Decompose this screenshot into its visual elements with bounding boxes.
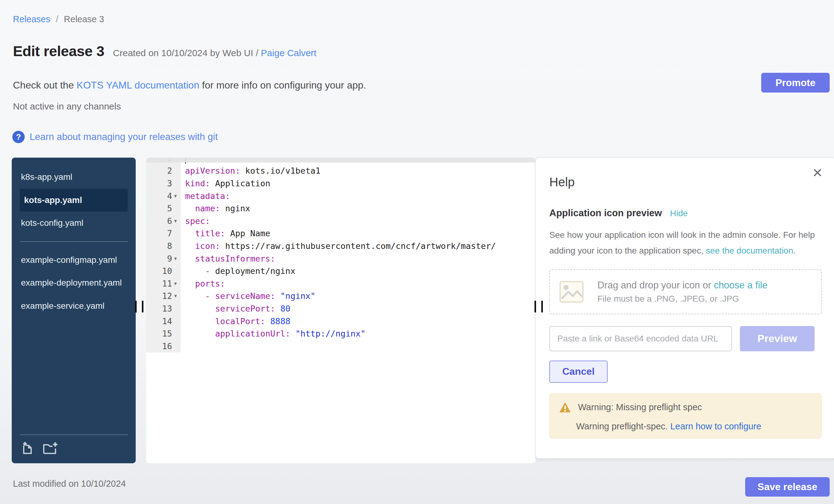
code-line[interactable]: 11▾ ports: <box>146 277 535 290</box>
line-gutter: 2 <box>146 165 181 177</box>
see-documentation-link[interactable]: see the documentation <box>706 246 793 256</box>
fold-arrow-icon: ▾ <box>172 293 179 299</box>
breadcrumb-separator: / <box>56 14 58 24</box>
close-icon[interactable]: ✕ <box>812 167 823 179</box>
file-item[interactable]: example-deployment.yaml <box>20 271 128 294</box>
code-line[interactable]: 6▾spec: <box>146 215 535 227</box>
code-line[interactable]: 7 title: App Name <box>146 227 535 240</box>
add-folder-icon[interactable] <box>43 441 59 455</box>
warning-triangle-icon <box>559 401 571 413</box>
code-line[interactable]: 4▾metadata: <box>146 190 535 202</box>
fold-arrow-icon: ▾ <box>172 193 179 199</box>
code-line[interactable]: 13 servicePort: 80 <box>146 302 535 315</box>
fold-arrow-icon: ▾ <box>172 218 179 224</box>
file-item[interactable]: example-configmap.yaml <box>20 248 128 272</box>
created-author-link[interactable]: Paige Calvert <box>261 48 316 58</box>
help-panel: ✕ Help Application icon preview Hide See… <box>535 158 834 459</box>
warning-title: Warning: Missing preflight spec <box>578 402 702 412</box>
line-gutter[interactable]: 11▾ <box>146 277 181 290</box>
dropzone-text: Drag and drop your icon or choose a file… <box>597 280 767 304</box>
dropzone-hint: File must be a .PNG, .JPEG, or .JPG <box>597 294 767 304</box>
description-period: . <box>793 246 796 256</box>
fold-arrow-icon: ▾ <box>172 280 179 287</box>
help-title: Help <box>549 175 822 189</box>
doc-prefix: Check out the <box>13 80 76 91</box>
code-text: servicePort: 80 <box>181 304 290 313</box>
code-line[interactable]: 10 - deployment/nginx <box>146 265 535 277</box>
file-item[interactable]: kots-config.yaml <box>20 212 128 235</box>
code-text: applicationUrl: "http://nginx" <box>181 329 366 338</box>
line-gutter[interactable]: 9▾ <box>146 252 181 265</box>
file-sidebar: k8s-app.yaml kots-app.yaml kots-config.y… <box>12 158 136 463</box>
image-placeholder-icon <box>559 280 584 304</box>
code-line[interactable]: 9▾ statusInformers: <box>146 252 535 265</box>
kots-yaml-doc-link[interactable]: KOTS YAML documentation <box>76 80 199 91</box>
code-text: name: nginx <box>181 203 250 213</box>
warning-body: Warning preflight-spec. <box>576 421 670 431</box>
line-gutter: 15 <box>146 327 181 340</box>
icon-preview-title: Application icon preview <box>549 207 662 219</box>
code-line[interactable]: 8 icon: https://raw.githubusercontent.co… <box>146 240 535 252</box>
code-text: apiVersion: kots.io/v1beta1 <box>181 166 321 176</box>
breadcrumb-releases-link[interactable]: Releases <box>13 14 50 24</box>
file-item[interactable]: example-service.yaml <box>20 294 128 318</box>
code-text: spec: <box>181 216 210 226</box>
panel-resize-handle[interactable] <box>534 301 543 312</box>
code-line[interactable]: 14 localPort: 8888 <box>146 315 535 328</box>
code-text: - serviceName: "nginx" <box>181 291 315 301</box>
code-text: title: App Name <box>181 228 270 238</box>
code-line[interactable]: 12▾ - serviceName: "nginx" <box>146 290 535 303</box>
icon-url-input[interactable] <box>549 326 732 351</box>
line-gutter[interactable]: 6▾ <box>146 215 181 227</box>
dropzone-label: Drag and drop your icon or <box>597 280 714 290</box>
fold-arrow-icon: ▾ <box>172 256 179 262</box>
line-gutter: 8 <box>146 240 181 252</box>
main-content: k8s-app.yaml kots-app.yaml kots-config.y… <box>12 158 826 463</box>
line-gutter: 14 <box>146 315 181 328</box>
code-text: ports: <box>181 279 225 288</box>
line-gutter: 13 <box>146 302 181 315</box>
cancel-button[interactable]: Cancel <box>549 360 608 383</box>
line-gutter: 3 <box>146 177 181 190</box>
last-modified-text: Last modified on 10/10/2024 <box>13 479 126 489</box>
file-item[interactable]: k8s-app.yaml <box>20 166 128 189</box>
line-gutter: 10 <box>146 265 181 277</box>
choose-file-link[interactable]: choose a file <box>714 280 767 290</box>
icon-preview-description: See how your application icon will look … <box>549 227 821 259</box>
line-gutter: 16 <box>146 340 181 353</box>
promote-button[interactable]: Promote <box>761 73 830 92</box>
preview-button[interactable]: Preview <box>740 326 815 351</box>
code-text: kind: Application <box>181 179 270 188</box>
yaml-editor[interactable]: 1---2apiVersion: kots.io/v1beta13kind: A… <box>146 158 535 463</box>
code-lines: 1---2apiVersion: kots.io/v1beta13kind: A… <box>146 158 535 353</box>
code-line[interactable]: 3kind: Application <box>146 177 535 190</box>
code-line[interactable]: 2apiVersion: kots.io/v1beta1 <box>146 165 535 177</box>
sidebar-resize-handle[interactable] <box>135 301 144 312</box>
created-text: Created on 10/10/2024 by Web UI / Paige … <box>113 48 316 58</box>
learn-configure-link[interactable]: Learn how to configure <box>670 421 761 431</box>
add-file-icon[interactable] <box>20 441 34 455</box>
page-title: Edit release 3 <box>13 43 104 60</box>
git-releases-link[interactable]: Learn about managing your releases with … <box>29 131 218 143</box>
question-circle-icon: ? <box>12 131 25 143</box>
sidebar-actions <box>20 435 128 455</box>
line-gutter[interactable]: 4▾ <box>146 190 181 202</box>
line-gutter[interactable]: 12▾ <box>146 290 181 303</box>
code-line[interactable]: 15 applicationUrl: "http://nginx" <box>146 327 535 340</box>
code-line[interactable]: 5 name: nginx <box>146 202 535 215</box>
code-line[interactable]: 16 <box>146 340 535 353</box>
line-gutter: 5 <box>146 202 181 215</box>
doc-suffix: for more info on configuring your app. <box>199 80 366 91</box>
created-prefix: Created on 10/10/2024 by Web UI / <box>113 48 258 58</box>
breadcrumb: Releases / Release 3 <box>13 14 104 24</box>
file-item[interactable]: kots-app.yaml <box>20 189 128 212</box>
preflight-warning-box: Warning: Missing preflight spec Warning … <box>549 393 822 439</box>
editor-top-strip <box>146 158 535 162</box>
code-text: statusInformers: <box>181 254 276 263</box>
hide-link[interactable]: Hide <box>670 209 688 218</box>
icon-dropzone[interactable]: Drag and drop your icon or choose a file… <box>549 269 822 314</box>
save-release-button[interactable]: Save release <box>745 477 830 497</box>
doc-line: Check out the KOTS YAML documentation fo… <box>13 80 366 91</box>
code-text: icon: https://raw.githubusercontent.com/… <box>181 241 496 251</box>
code-text: metadata: <box>181 191 230 201</box>
